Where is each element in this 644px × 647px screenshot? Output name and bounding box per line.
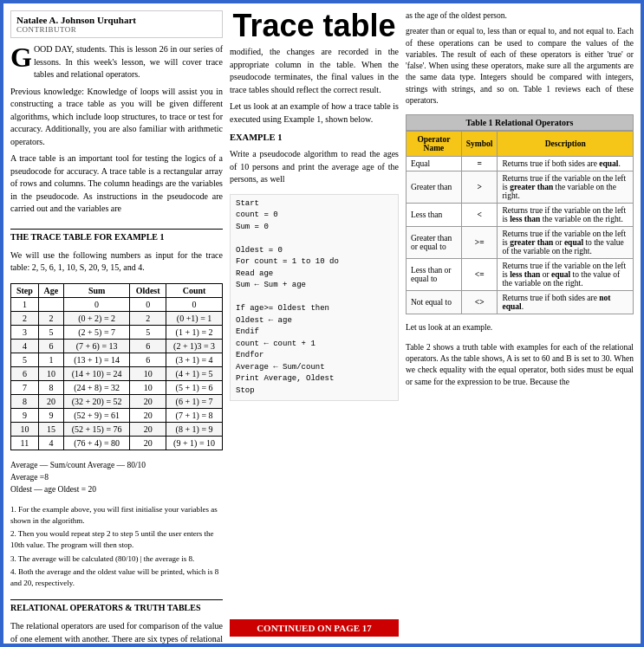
table-cell: 3 — [11, 325, 39, 339]
operator-name-cell: Equal — [407, 157, 462, 171]
trace-table: Step Age Sum Oldest Count 100022(0 + 2) … — [10, 283, 223, 450]
mid-intro: modified, the changes are recorded in th… — [230, 46, 399, 96]
table-cell: 6 — [130, 353, 166, 366]
table-cell: (1 + 1) = 2 — [166, 325, 223, 339]
pseudocode-line: Average ← Sum/count — [236, 362, 393, 374]
table-cell: 20 — [130, 436, 166, 450]
rel-table-header-row: Operator Name Symbol Description — [407, 132, 634, 157]
table-cell: (4 + 1) = 5 — [166, 366, 223, 380]
table-cell: 0 — [166, 297, 223, 311]
table-cell: 4 — [11, 339, 39, 353]
table-cell: 1 — [38, 353, 63, 366]
table-cell: (3 + 1) = 4 — [166, 353, 223, 366]
table-row: 35(2 + 5) = 75(1 + 1) = 2 — [11, 325, 223, 339]
pseudocode-line: count ← count + 1 — [236, 339, 393, 351]
table-row: 1000 — [11, 297, 223, 311]
table-row: 46(7 + 6) = 136(2 + 1)3 = 3 — [11, 339, 223, 353]
pseudocode-line: For count = 1 to 10 do — [236, 256, 393, 269]
pseudocode-line: Oldest ← age — [236, 315, 393, 327]
operator-desc-cell: Returns true if both sides are equal. — [498, 157, 634, 171]
list-item: Less than<Returns true if the variable o… — [407, 204, 634, 227]
table-cell: 5 — [130, 325, 166, 339]
table-cell: (13 + 1) = 14 — [64, 353, 130, 366]
list-item: Greater than>Returns true if the variabl… — [407, 171, 634, 204]
pseudocode-block: Startcount = 0Sum = 0 Oldest = 0For coun… — [230, 194, 399, 402]
col-symbol: Symbol — [461, 132, 498, 157]
operator-symbol-cell: < — [461, 204, 498, 227]
table-cell: (7 + 1) = 8 — [166, 408, 223, 422]
relational-operators-table-container: Table 1 Relational Operators Operator Na… — [406, 114, 634, 314]
author-role: CONTRIBUTOR — [16, 25, 217, 34]
operator-symbol-cell: > — [461, 171, 498, 204]
intro-p2: Previous knowledge: Knowledge of loops w… — [10, 86, 223, 149]
pseudocode-line: Print Average, Oldest — [236, 373, 393, 385]
table-cell: 20 — [130, 422, 166, 436]
table-cell: (2 + 5) = 7 — [64, 325, 130, 339]
table-row: 114(76 + 4) = 8020(9 + 1) = 10 — [11, 436, 223, 450]
col-step: Step — [11, 283, 39, 297]
right-para1: greater than or equal to, less than or e… — [406, 26, 634, 107]
table-cell: (7 + 6) = 13 — [64, 339, 130, 353]
table-cell: (2 + 1)3 = 3 — [166, 339, 223, 353]
mid-example-text: Let us look at an example of how a trace… — [230, 100, 399, 126]
table-cell: 11 — [11, 436, 39, 450]
table-cell: 20 — [130, 394, 166, 408]
intro-p3: A trace table is an important tool for t… — [10, 152, 223, 216]
middle-column: Trace table modified, the changes are re… — [230, 10, 399, 637]
operator-name-cell: Not equal to — [407, 291, 462, 314]
operator-desc-cell: Returns true if the variable on the left… — [498, 204, 634, 227]
table-row: 820(32 + 20) = 5220(6 + 1) = 7 — [11, 394, 223, 408]
operator-name-cell: Greater than — [407, 171, 462, 204]
relational-section-heading: RELATIONAL OPERATORS & TRUTH TABLES — [10, 599, 223, 612]
trace-desc: We will use the following numbers as inp… — [10, 249, 223, 275]
list-item: Equal=Returns true if both sides are equ… — [407, 157, 634, 171]
author-box: Natalee A. Johnson Urquhart CONTRIBUTOR — [10, 10, 223, 38]
rel-table-title: Table 1 Relational Operators — [406, 114, 634, 131]
table-row: 1015(52 + 15) = 7620(8 + 1) = 9 — [11, 422, 223, 436]
title-block: Trace table — [230, 10, 399, 42]
table-row: 610(14 + 10) = 2410(4 + 1) = 5 — [11, 366, 223, 380]
right-top-text: as the age of the oldest person. — [406, 10, 634, 22]
pseudocode-line: If age>= Oldest then — [236, 303, 393, 315]
table-cell: 6 — [38, 339, 63, 353]
col-age: Age — [38, 283, 63, 297]
table-cell: 15 — [38, 422, 63, 436]
col-description: Description — [498, 132, 634, 157]
operator-symbol-cell: = — [461, 157, 498, 171]
col-oldest: Oldest — [130, 283, 166, 297]
table-cell: 9 — [38, 408, 63, 422]
table-cell: (6 + 1) = 7 — [166, 394, 223, 408]
table-cell: (24 + 8) = 32 — [64, 380, 130, 394]
author-name: Natalee A. Johnson Urquhart — [16, 15, 217, 25]
table-cell: (0 +1) = 1 — [166, 311, 223, 325]
operator-name-cell: Less than or equal to — [407, 259, 462, 291]
relational-operators-table: Operator Name Symbol Description Equal=R… — [406, 131, 634, 314]
pseudocode-line: Sum ← Sum + age — [236, 280, 393, 292]
table-cell: 10 — [130, 380, 166, 394]
list-item: Less than or equal to<=Returns true if t… — [407, 259, 634, 291]
table-cell: (52 + 9) = 61 — [64, 408, 130, 422]
operator-desc-cell: Returns true if the variable on the left… — [498, 259, 634, 291]
pseudocode-line: Stop — [236, 385, 393, 398]
table-cell: (76 + 4) = 80 — [64, 436, 130, 450]
operator-desc-cell: Returns true if the variable on the left… — [498, 171, 634, 204]
col-count: Count — [166, 283, 223, 297]
table-cell: 2 — [38, 311, 63, 325]
operator-symbol-cell: <= — [461, 259, 498, 291]
table-row: 99(52 + 9) = 6120(7 + 1) = 8 — [11, 408, 223, 422]
pseudocode-line: Start — [236, 198, 393, 210]
operator-symbol-cell: <> — [461, 291, 498, 314]
operator-desc-cell: Returns true if both sides are not equal… — [498, 291, 634, 314]
table-cell: 1 — [11, 297, 39, 311]
right-bottom-text: Let us look at an example. — [406, 322, 634, 333]
pseudocode-line — [236, 292, 393, 304]
intro-p1: GOOD DAY, students. This is lesson 26 in… — [10, 43, 223, 81]
table-cell: 9 — [11, 408, 39, 422]
operator-name-cell: Less than — [407, 204, 462, 227]
pseudocode-line: Endfor — [236, 350, 393, 362]
right-column: as the age of the oldest person. greater… — [406, 10, 634, 637]
example1-desc: Write a pseudocode algorithm to read the… — [230, 148, 399, 186]
list-item: Greater than or equal to>=Returns true i… — [407, 227, 634, 259]
table-cell: 10 — [38, 366, 63, 380]
table-cell: (5 + 1) = 6 — [166, 380, 223, 394]
